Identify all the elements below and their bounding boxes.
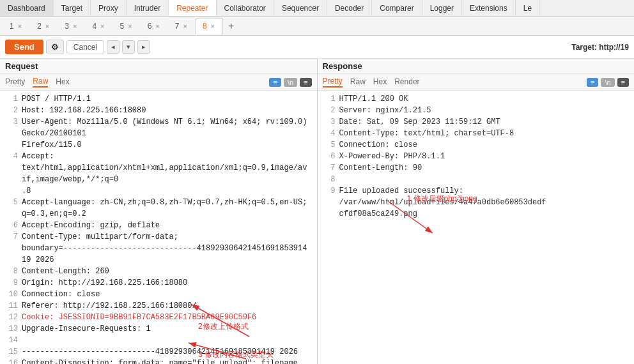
response-panel-tabs: Pretty Raw Hex Render ≡ \n ≡ bbox=[318, 74, 635, 91]
response-tab-actions: ≡ \n ≡ bbox=[587, 78, 629, 87]
request-panel-tabs: Pretty Raw Hex ≡ \n ≡ bbox=[0, 74, 317, 91]
request-panel-title: Request bbox=[0, 59, 317, 74]
request-line: text/html,application/xhtml+xml,applicat… bbox=[5, 162, 312, 185]
response-action-3[interactable]: ≡ bbox=[617, 78, 629, 87]
request-tab-actions: ≡ \n ≡ bbox=[269, 78, 311, 87]
request-line: 14 bbox=[5, 335, 312, 346]
main-content: Request Pretty Raw Hex ≡ \n ≡ 1POST / HT… bbox=[0, 59, 634, 364]
request-line: 16Content-Disposition: form-data; name="… bbox=[5, 358, 312, 364]
response-line: 5Connection: close bbox=[323, 139, 630, 151]
request-line: .8 bbox=[5, 185, 312, 197]
response-line: 6X-Powered-By: PHP/8.1.1 bbox=[323, 151, 630, 162]
request-line: 6Accept-Encoding: gzip, deflate bbox=[5, 220, 312, 231]
send-button[interactable]: Send bbox=[5, 40, 43, 54]
nav-proxy[interactable]: Proxy bbox=[91, 0, 127, 16]
nav-dashboard[interactable]: Dashboard bbox=[0, 0, 54, 16]
toolbar: Send ⚙ Cancel ◂ ▾ ▸ Target: http://19 bbox=[0, 36, 634, 59]
tab-7-close[interactable]: × bbox=[182, 22, 188, 30]
request-action-1[interactable]: ≡ bbox=[269, 78, 281, 87]
tab-add-button[interactable]: + bbox=[223, 18, 239, 34]
nav-logger[interactable]: Logger bbox=[422, 0, 462, 16]
tab-5[interactable]: 5 × bbox=[113, 18, 141, 34]
nav-dropdown-button[interactable]: ▾ bbox=[122, 40, 135, 54]
tab-3[interactable]: 3 × bbox=[58, 18, 85, 34]
response-line: 3Date: Sat, 09 Sep 2023 11:59:12 GMT bbox=[323, 116, 630, 128]
tab-2-close[interactable]: × bbox=[44, 22, 50, 30]
response-tab-hex[interactable]: Hex bbox=[373, 77, 387, 87]
request-line: 10Connection: close bbox=[5, 289, 312, 300]
top-navigation: Dashboard Target Proxy Intruder Repeater… bbox=[0, 0, 634, 17]
response-panel: Response Pretty Raw Hex Render ≡ \n ≡ 1H… bbox=[318, 59, 635, 364]
nav-decoder[interactable]: Decoder bbox=[327, 0, 372, 16]
request-line: 3User-Agent: Mozilla/5.0 (Windows NT 6.1… bbox=[5, 116, 312, 139]
nav-intruder[interactable]: Intruder bbox=[127, 0, 169, 16]
annotation-1: 1 修改后缀php为png bbox=[407, 193, 477, 204]
response-tab-pretty[interactable]: Pretty bbox=[323, 77, 343, 87]
request-line: 2Host: 192.168.225.166:18080 bbox=[5, 105, 312, 116]
response-panel-title: Response bbox=[318, 59, 635, 74]
response-line: 8 bbox=[323, 174, 630, 185]
request-line: 12Cookie: JSESSIONID=9BB91FB7CA583E2F17B… bbox=[5, 312, 312, 323]
target-label: Target: http://19 bbox=[571, 43, 629, 52]
request-action-2[interactable]: \n bbox=[284, 78, 297, 87]
nav-repeater[interactable]: Repeater bbox=[169, 0, 216, 16]
response-action-2[interactable]: \n bbox=[601, 78, 614, 87]
request-line: boundary=-----------------------------41… bbox=[5, 243, 312, 266]
response-tab-render[interactable]: Render bbox=[394, 77, 419, 87]
request-line: 11Referer: http://192.168.225.166:18080/ bbox=[5, 300, 312, 312]
request-tab-raw[interactable]: Raw bbox=[33, 77, 48, 87]
nav-extensions[interactable]: Extensions bbox=[462, 0, 516, 16]
response-line: 1HTTP/1.1 200 OK bbox=[323, 93, 630, 105]
tab-3-close[interactable]: × bbox=[72, 22, 78, 30]
tab-8-close[interactable]: × bbox=[210, 22, 216, 30]
request-line: Firefox/115.0 bbox=[5, 139, 312, 151]
response-line: 2Server: nginx/1.21.5 bbox=[323, 105, 630, 116]
tab-bar: 1 × 2 × 3 × 4 × 5 × 6 × 7 × 8 × + bbox=[0, 17, 634, 36]
request-line: 1POST / HTTP/1.1 bbox=[5, 93, 312, 105]
response-code-area[interactable]: 1HTTP/1.1 200 OK2Server: nginx/1.21.53Da… bbox=[318, 91, 635, 364]
nav-sequencer[interactable]: Sequencer bbox=[274, 0, 327, 16]
tab-5-close[interactable]: × bbox=[127, 22, 133, 30]
tab-6[interactable]: 6 × bbox=[141, 18, 168, 34]
tab-2[interactable]: 2 × bbox=[30, 18, 58, 34]
tab-7[interactable]: 7 × bbox=[168, 18, 196, 34]
tab-1[interactable]: 1 × bbox=[3, 18, 30, 34]
tab-8[interactable]: 8 × bbox=[196, 18, 223, 34]
tab-1-close[interactable]: × bbox=[17, 22, 23, 30]
prev-button[interactable]: ◂ bbox=[107, 40, 120, 54]
response-line: 4Content-Type: text/html; charset=UTF-8 bbox=[323, 128, 630, 139]
send-options-button[interactable]: ⚙ bbox=[46, 40, 64, 54]
request-action-3[interactable]: ≡ bbox=[300, 78, 311, 87]
response-action-1[interactable]: ≡ bbox=[587, 78, 598, 87]
response-line: cfdf08a5ca249.png bbox=[323, 208, 630, 220]
request-line: 5Accept-Language: zh-CN,zh;q=0.8,zh-TW;q… bbox=[5, 197, 312, 220]
tab-6-close[interactable]: × bbox=[154, 22, 160, 30]
nav-collaborator[interactable]: Collaborator bbox=[217, 0, 274, 16]
nav-target[interactable]: Target bbox=[54, 0, 91, 16]
nav-comparer[interactable]: Comparer bbox=[372, 0, 422, 16]
response-line: 7Content-Length: 90 bbox=[323, 162, 630, 174]
request-panel: Request Pretty Raw Hex ≡ \n ≡ 1POST / HT… bbox=[0, 59, 318, 364]
request-line: 13Upgrade-Insecure-Requests: 1 bbox=[5, 323, 312, 335]
request-code-area[interactable]: 1POST / HTTP/1.12Host: 192.168.225.166:1… bbox=[0, 91, 317, 364]
request-tab-pretty[interactable]: Pretty bbox=[5, 77, 25, 87]
request-line: 7Content-Type: multipart/form-data; bbox=[5, 231, 312, 243]
request-line: 8Content-Length: 260 bbox=[5, 266, 312, 277]
request-tab-hex[interactable]: Hex bbox=[56, 77, 69, 87]
request-line: 9Origin: http://192.168.225.166:18080 bbox=[5, 277, 312, 289]
cancel-button[interactable]: Cancel bbox=[66, 40, 104, 54]
tab-4-close[interactable]: × bbox=[99, 22, 105, 30]
response-tab-raw[interactable]: Raw bbox=[350, 77, 366, 87]
tab-4[interactable]: 4 × bbox=[85, 18, 112, 34]
request-line: 4Accept: bbox=[5, 151, 312, 162]
nav-le[interactable]: Le bbox=[516, 0, 540, 16]
request-line: 15-----------------------------418929306… bbox=[5, 346, 312, 358]
next-button[interactable]: ▸ bbox=[137, 40, 150, 54]
